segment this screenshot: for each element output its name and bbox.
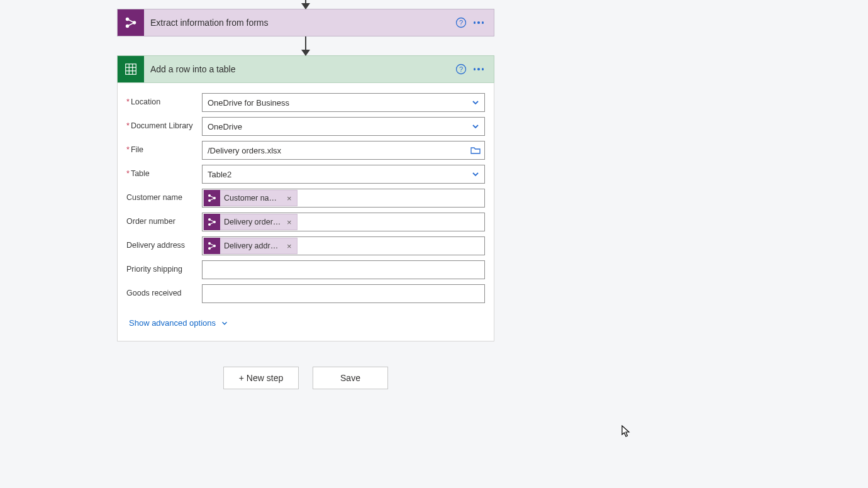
mouse-cursor [621, 425, 632, 438]
location-select[interactable]: OneDrive for Business [202, 93, 485, 112]
connector-arrow [305, 0, 306, 9]
folder-icon[interactable] [470, 145, 481, 155]
step-extract-forms[interactable]: Extract information from forms ? [117, 9, 494, 36]
token-customer[interactable]: Customer name value × [203, 190, 298, 206]
priority-input[interactable] [202, 260, 485, 279]
more-menu[interactable] [470, 60, 487, 78]
new-step-button[interactable]: + New step [223, 367, 299, 389]
token-remove[interactable]: × [287, 241, 292, 251]
address-input[interactable]: Delivery address value × [202, 236, 485, 255]
label-address: Delivery address [126, 236, 202, 250]
svg-point-22 [208, 223, 211, 226]
show-advanced-options[interactable]: Show advanced options [129, 318, 228, 328]
label-order: Order number [126, 213, 202, 226]
step-add-row-header[interactable]: Add a row into a table ? [117, 55, 494, 83]
svg-point-26 [208, 242, 211, 245]
customer-input[interactable]: Customer name value × [202, 189, 485, 208]
token-address[interactable]: Delivery address value × [203, 238, 298, 254]
svg-point-27 [208, 247, 211, 250]
help-icon[interactable]: ? [452, 14, 470, 31]
library-select[interactable]: OneDrive [202, 117, 485, 136]
ai-builder-icon [118, 9, 144, 36]
more-menu[interactable] [470, 14, 487, 31]
token-remove[interactable]: × [287, 194, 292, 203]
svg-point-18 [213, 197, 216, 199]
goods-input[interactable] [202, 284, 485, 303]
token-remove[interactable]: × [287, 218, 292, 227]
label-priority: Priority shipping [126, 260, 202, 274]
ai-builder-icon [204, 238, 220, 254]
step-title: Extract information from forms [144, 18, 452, 28]
label-library: *Document Library [126, 117, 202, 130]
ai-builder-icon [204, 214, 220, 230]
svg-point-28 [213, 245, 216, 247]
svg-point-16 [208, 194, 211, 197]
save-button[interactable]: Save [313, 367, 388, 389]
token-order[interactable]: Delivery order number value × [203, 214, 298, 230]
ai-builder-icon [204, 190, 220, 206]
table-select[interactable]: Table2 [202, 165, 485, 184]
svg-rect-7 [126, 64, 136, 75]
chevron-down-icon [470, 121, 481, 131]
svg-point-21 [208, 218, 211, 221]
excel-icon [118, 56, 144, 82]
chevron-down-icon [470, 169, 481, 179]
svg-point-2 [126, 18, 130, 21]
order-input[interactable]: Delivery order number value × [202, 213, 485, 231]
svg-text:?: ? [459, 19, 463, 26]
svg-point-23 [213, 221, 216, 223]
svg-point-4 [133, 21, 136, 25]
step-title: Add a row into a table [144, 64, 452, 74]
label-table: *Table [126, 165, 202, 178]
svg-point-17 [208, 199, 211, 202]
label-goods: Goods received [126, 284, 202, 297]
svg-point-3 [126, 25, 130, 28]
step-add-row-body: *Location OneDrive for Business *Documen… [117, 83, 494, 341]
svg-text:?: ? [459, 65, 463, 73]
label-location: *Location [126, 93, 202, 106]
connector-arrow [305, 36, 306, 55]
label-file: *File [126, 141, 202, 154]
label-customer: Customer name [126, 189, 202, 202]
help-icon[interactable]: ? [452, 60, 470, 78]
file-picker[interactable]: /Delivery orders.xlsx [202, 141, 485, 160]
chevron-down-icon [470, 97, 481, 108]
